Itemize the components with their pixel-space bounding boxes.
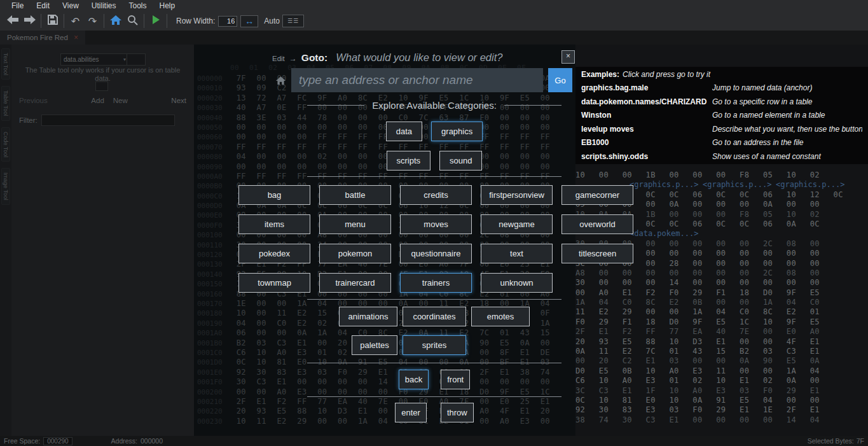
hex-bytes[interactable]: FF FF FF FF FF FF FF FF FF FF FF FF FF F… <box>237 143 550 151</box>
next-button[interactable]: Next <box>171 97 186 104</box>
menu-item[interactable]: Utilities <box>85 1 123 11</box>
goto-address-input[interactable] <box>291 68 543 92</box>
menu-item[interactable]: Help <box>153 1 182 11</box>
save-button[interactable] <box>44 13 61 29</box>
row-width-input[interactable] <box>218 16 237 27</box>
pointer-anchor-link[interactable]: <graphics.p...> <box>703 180 771 189</box>
table-expand-button[interactable] <box>95 81 108 91</box>
example-row[interactable]: graphics.bag.male Jump to named data (an… <box>581 81 862 95</box>
category-button[interactable]: sprites <box>403 335 466 355</box>
hex-maniac-window: FileEditViewUtilitiesToolsHelp ↶ ↷ Row W… <box>0 0 868 446</box>
category-button[interactable]: throw <box>441 403 474 422</box>
search-icon <box>127 15 138 28</box>
menu-item[interactable]: File <box>5 1 30 11</box>
forward-button[interactable] <box>21 13 38 29</box>
category-button[interactable]: newgame <box>481 214 553 234</box>
category-button[interactable]: palettes <box>352 335 397 355</box>
table-options-button[interactable] <box>127 53 146 66</box>
hex-row[interactable]: 10 00 00 1B 00 00 00 F8 05 10 02 <box>575 171 868 180</box>
category-button[interactable]: animations <box>339 307 397 326</box>
example-row[interactable]: data.pokemon.names/CHARIZARD Go to a spe… <box>581 95 862 109</box>
category-button[interactable]: trainers <box>400 273 472 293</box>
fit-width-icon[interactable]: ↔ <box>240 15 258 27</box>
menu-item[interactable]: Edit <box>30 1 56 11</box>
run-button[interactable] <box>147 13 164 29</box>
category-button[interactable]: back <box>399 370 429 389</box>
address-label: Address: <box>111 437 137 445</box>
example-term[interactable]: Winston <box>581 109 712 123</box>
edit-breadcrumb[interactable]: Edit <box>272 55 285 62</box>
hex-row[interactable]: 0A 11 E2 7C 01 43 15 B2 03 C3 E1 <box>575 347 868 356</box>
example-term[interactable]: data.pokemon.names/CHARIZARD <box>581 95 712 109</box>
category-button[interactable]: titlescreen <box>561 244 633 263</box>
hex-row[interactable]: 00 20 C2 E1 03 00 00 0A 90 E5 0A <box>575 356 868 366</box>
category-button[interactable]: data <box>386 122 422 141</box>
category-button[interactable]: graphics <box>431 122 483 141</box>
category-button[interactable]: pokedex <box>238 244 310 263</box>
category-button[interactable]: overworld <box>561 214 633 234</box>
pointer-anchor-link[interactable]: <graphics.p...> <box>776 180 844 189</box>
close-dialog-button[interactable]: × <box>561 50 575 64</box>
hex-row[interactable]: F0 29 F1 18 D0 9F E5 1C 10 9F E5 <box>575 317 868 327</box>
category-button[interactable]: coordinates <box>403 307 466 326</box>
hex-bytes[interactable]: 88 3E 03 44 78 00 00 00 C0 7C 63 87 F0 0… <box>237 113 550 122</box>
menu-item[interactable]: Tools <box>123 1 153 11</box>
free-space-label: Free Space: <box>4 437 40 445</box>
example-row[interactable]: Winston Go to a named element in a table <box>581 109 862 123</box>
hex-bytes[interactable]: 0C 10 81 E0 10 0A 91 E5 04 00 00 0A 00 B… <box>237 358 550 366</box>
category-button[interactable]: enter <box>395 403 427 422</box>
category-button[interactable]: townmap <box>238 273 310 293</box>
category-button[interactable]: scripts <box>387 151 431 171</box>
example-term[interactable]: graphics.bag.male <box>581 81 712 95</box>
back-button[interactable] <box>4 13 21 29</box>
hex-bytes[interactable]: FF FF FF FF FF FF FF FF FF FF FF FF FF F… <box>237 172 550 181</box>
category-button[interactable]: front <box>441 370 470 389</box>
category-button[interactable]: bag <box>238 185 310 205</box>
category-button[interactable]: menu <box>319 214 391 234</box>
category-button[interactable]: text <box>481 244 553 263</box>
category-button[interactable]: sound <box>439 151 482 171</box>
category-button[interactable]: pokemon <box>319 244 391 263</box>
hex-row[interactable]: 20 93 E5 88 10 D3 E1 00 00 4F E1 <box>575 337 868 347</box>
row-layout-icon[interactable]: ☰☰ <box>282 15 304 27</box>
filter-input[interactable] <box>41 115 175 126</box>
category-button[interactable]: items <box>238 214 310 234</box>
redo-button[interactable]: ↷ <box>84 13 101 29</box>
example-description: Go to a specific row in a table <box>712 95 862 109</box>
category-button[interactable]: moves <box>400 214 472 234</box>
category-button[interactable]: unknown <box>481 273 553 293</box>
category-button[interactable]: trainercard <box>319 273 391 293</box>
go-button[interactable]: Go <box>548 68 572 92</box>
goto-input-row: Go <box>275 68 572 92</box>
table-select-dropdown[interactable]: data.abilities ▾ <box>60 53 129 66</box>
category-button[interactable]: gamecorner <box>561 185 633 205</box>
category-button[interactable]: firstpersonview <box>481 185 553 205</box>
tool-tab[interactable]: Table Tool <box>1 86 10 120</box>
add-button[interactable]: Add <box>91 97 104 104</box>
hex-bytes[interactable]: 13 72 A7 FC 9F A0 8C E2 10 9F E5 1C 10 9… <box>237 94 550 102</box>
toolbar: ↶ ↷ Row Width: ↔ Auto ☰☰ <box>0 11 868 31</box>
category-button[interactable]: credits <box>400 185 472 205</box>
example-description: Jump to named data (anchor) <box>712 81 862 95</box>
tool-tab[interactable]: Code Tool <box>1 127 10 162</box>
tab-pokemon-fire-red[interactable]: Pokemon Fire Red × <box>0 31 85 45</box>
tab-close-icon[interactable]: × <box>74 33 78 42</box>
category-button[interactable]: emotes <box>471 307 530 326</box>
previous-button[interactable]: Previous <box>19 97 48 104</box>
category-row: itemsmenumovesnewgameoverworld <box>238 214 645 234</box>
hex-row[interactable]: 1A 04 C0 8C E2 0B 00 00 1A 04 C0 <box>575 298 868 307</box>
search-button[interactable] <box>124 13 141 29</box>
home-button[interactable] <box>107 13 124 29</box>
hex-row[interactable]: 11 E2 29 00 00 1A 04 C0 8C E2 01 <box>575 307 868 317</box>
tool-tab[interactable]: Text Tool <box>1 48 10 80</box>
category-button[interactable]: questionnaire <box>400 244 472 263</box>
category-button[interactable]: battle <box>319 185 391 205</box>
undo-button[interactable]: ↶ <box>67 13 84 29</box>
free-space-value[interactable]: 000290 <box>43 437 72 445</box>
menu-item[interactable]: View <box>56 1 85 11</box>
hex-bytes[interactable]: 40 A7 0E FF 00 00 00 00 FF FF FF FF 00 0… <box>237 103 550 112</box>
tool-tab[interactable]: Image Tool <box>1 168 10 205</box>
chevron-down-icon: ▾ <box>123 57 126 62</box>
hex-row[interactable]: 2F E1 F2 FF 77 EA 40 7E 00 E0 A0 <box>575 327 868 337</box>
new-button[interactable]: New <box>113 97 128 104</box>
